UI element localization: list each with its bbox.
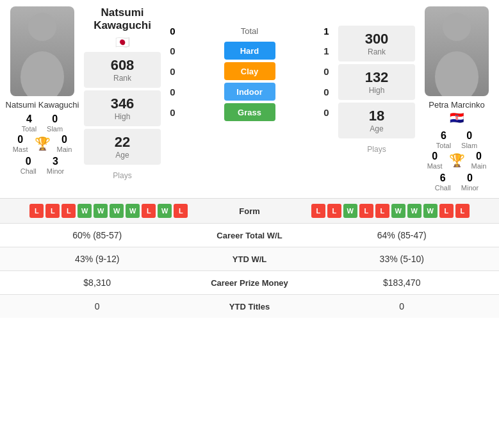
player1-main: 0 Main [57, 134, 72, 153]
grass-score-left: 0 [167, 107, 179, 118]
player2-top-stats: 6 Total 0 Slam [436, 130, 477, 149]
svg-point-1 [20, 51, 64, 96]
player1-photo [10, 6, 74, 96]
indoor-score-right: 0 [320, 87, 333, 97]
hard-button[interactable]: Hard [224, 42, 275, 60]
player2-rank-label: Rank [345, 47, 409, 56]
player1-age-panel: 22 Age [84, 129, 161, 165]
form-badge: L [45, 204, 60, 218]
stats-row: 60% (85-57) Career Total W/L 64% (85-47) [0, 223, 499, 247]
indoor-line: 0 Indoor 0 [167, 83, 333, 101]
stats-row: $8,310 Career Prize Money $183,470 [0, 270, 499, 294]
indoor-score-left: 0 [167, 87, 179, 97]
form-badge: L [327, 204, 341, 218]
player1-slam: 0 Slam [47, 113, 63, 133]
form-badge: L [455, 204, 470, 218]
stat-right-val: $183,470 [314, 278, 491, 288]
stat-center-label: YTD Titles [186, 302, 314, 311]
player1-top-stats: 4 Total 0 Slam [22, 113, 63, 133]
player1-name-mid: Natsumi Kawaguchi [81, 6, 164, 35]
form-badge: L [142, 204, 156, 218]
form-badge: W [391, 204, 405, 218]
player1-photo-col: Natsumi Kawaguchi 4 Total 0 Slam 0 Mast … [4, 6, 81, 175]
form-badge: L [375, 204, 389, 218]
court-scores-col: 0 Total 1 0 Hard 1 0 Clay 0 0 Indoor 0 [164, 6, 335, 124]
player1-minor: 3 Minor [47, 156, 65, 175]
stat-left-val: 0 [9, 301, 186, 311]
form-badge: W [110, 204, 124, 218]
player1-age-val: 22 [90, 134, 154, 151]
player1-chall: 0 Chall [20, 156, 37, 175]
player2-trophy-icon: 🏆 [449, 153, 465, 168]
grass-button[interactable]: Grass [224, 103, 275, 121]
player1-age-label: Age [90, 151, 154, 160]
svg-point-2 [443, 13, 471, 41]
player2-chall-minor: 6 Chall 0 Minor [435, 172, 479, 192]
player1-mast-main: 0 Mast 🏆 0 Main [4, 134, 81, 153]
player1-high-label: High [90, 112, 154, 121]
form-badge: L [174, 204, 188, 218]
indoor-button[interactable]: Indoor [224, 83, 275, 101]
player2-slam: 0 Slam [461, 130, 477, 149]
player2-high-val: 132 [345, 69, 409, 86]
player2-name: Petra Marcinko [429, 100, 484, 110]
form-badge: W [94, 204, 108, 218]
player1-flag: 🇯🇵 [115, 35, 129, 49]
player2-high-label: High [345, 86, 409, 95]
grass-score-right: 0 [320, 107, 333, 118]
player2-rank-panel: 300 Rank [338, 26, 415, 62]
hard-score-left: 0 [167, 46, 179, 56]
form-badge: L [29, 204, 44, 218]
player1-plays-label: Plays [113, 171, 131, 180]
player2-flag-bottom: 🇭🇷 [450, 111, 464, 125]
form-badge: W [423, 204, 438, 218]
clay-score-left: 0 [167, 66, 179, 77]
stat-left-val: 43% (9-12) [9, 254, 186, 264]
form-section: LLLWWWWLWL Form LLWLLWWWLL [0, 198, 499, 223]
player2-main: 0 Main [471, 151, 487, 170]
player1-rank-label: Rank [90, 74, 154, 83]
player2-plays-label: Plays [367, 145, 386, 154]
player2-minor: 0 Minor [461, 172, 479, 192]
player2-age-val: 18 [345, 108, 409, 124]
player1-mid-stats: Natsumi Kawaguchi 🇯🇵 608 Rank 346 High 2… [81, 6, 164, 180]
player1-high-val: 346 [90, 95, 154, 112]
player2-rank-val: 300 [345, 31, 409, 47]
stats-row: 0 YTD Titles 0 [0, 294, 499, 318]
hard-line: 0 Hard 1 [167, 42, 333, 60]
player1-rank-val: 608 [90, 57, 154, 74]
stat-left-val: 60% (85-57) [9, 230, 186, 240]
svg-point-0 [28, 13, 56, 41]
player2-high-panel: 132 High [338, 64, 415, 100]
clay-line: 0 Clay 0 [167, 62, 333, 80]
player1-chall-minor: 0 Chall 3 Minor [20, 156, 65, 175]
stat-center-label: Career Prize Money [186, 278, 314, 288]
form-badge: W [343, 204, 357, 218]
player2-mast: 0 Mast [427, 151, 443, 170]
stats-row: 43% (9-12) YTD W/L 33% (5-10) [0, 247, 499, 270]
total-line: 0 Total 1 [167, 26, 333, 37]
total-score-left: 0 [167, 26, 179, 37]
player2-age-panel: 18 Age [338, 103, 415, 138]
total-score-right: 1 [320, 26, 333, 37]
player2-total: 6 Total [436, 130, 451, 149]
form-badge: W [407, 204, 421, 218]
player2-chall: 6 Chall [435, 172, 451, 192]
form-label: Form [211, 206, 288, 216]
player1-rank-panel: 608 Rank [84, 52, 161, 88]
player1-mast: 0 Mast [13, 134, 28, 153]
player2-form-badges: LLWLLWWWLL [288, 204, 493, 218]
form-badge: L [359, 204, 373, 218]
player1-total: 4 Total [22, 113, 37, 133]
form-badge: L [439, 204, 454, 218]
form-badge: L [311, 204, 325, 218]
form-badge: L [61, 204, 76, 218]
player1-trophy-icon: 🏆 [35, 136, 51, 151]
form-badge: W [158, 204, 172, 218]
form-badge: W [78, 204, 92, 218]
player2-mast-main: 0 Mast 🏆 0 Main [418, 151, 495, 170]
total-label: Total [231, 26, 269, 36]
stats-table: 60% (85-57) Career Total W/L 64% (85-47)… [0, 223, 499, 318]
clay-button[interactable]: Clay [224, 62, 275, 80]
grass-line: 0 Grass 0 [167, 103, 333, 121]
